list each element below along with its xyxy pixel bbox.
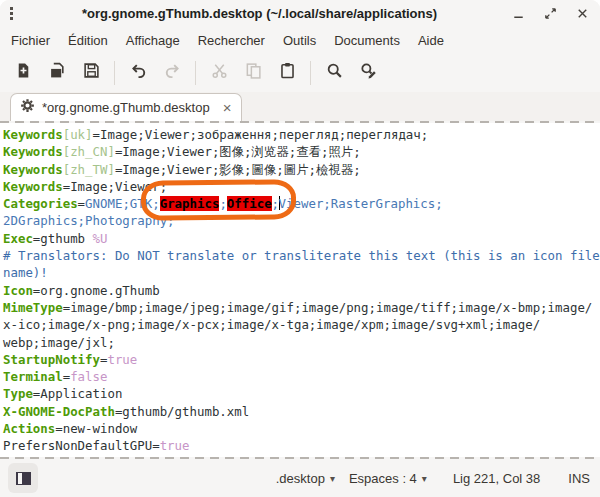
paste-button[interactable] xyxy=(270,58,304,88)
menu-documents[interactable]: Documents xyxy=(325,29,409,52)
menu-edition[interactable]: Édition xyxy=(59,29,117,52)
code-segment: Keywords xyxy=(3,179,63,194)
code-line: StartupNotify=true xyxy=(3,351,600,368)
kebab-menu-icon[interactable] xyxy=(6,5,17,22)
code-segment: =Image;Viewer;影像;圖像;圖片;檢視器; xyxy=(115,162,361,177)
toolbar-group xyxy=(202,58,304,88)
code-segment: GNOME;GTK; xyxy=(85,196,160,211)
cut-icon xyxy=(211,62,228,83)
code-segment: # Translators: Do NOT translate or trans… xyxy=(3,248,600,263)
code-segment: =Image;Viewer;图像;浏览器;查看;照片; xyxy=(115,144,361,159)
chevron-down-icon: ▾ xyxy=(330,473,335,484)
save-document-button[interactable] xyxy=(74,58,108,88)
status-bar: .desktop ▾ Espaces : 4 ▾ Lig 221, Col 38… xyxy=(0,459,600,497)
find-button[interactable] xyxy=(317,58,351,88)
code-segment: [zh_CN] xyxy=(63,144,115,159)
menu-fichier[interactable]: Fichier xyxy=(2,29,59,52)
code-segment: Keywords xyxy=(3,144,63,159)
code-segment: MimeType xyxy=(3,300,63,315)
text-editor[interactable]: Keywords[uk]=Image;Viewer;зображення;пер… xyxy=(0,123,600,457)
code-segment: StartupNotify xyxy=(3,352,100,367)
code-line: Type=Application xyxy=(3,385,600,402)
tab-width-dropdown[interactable]: Espaces : 4 ▾ xyxy=(349,471,427,486)
code-line: webp;image/jxl; xyxy=(3,334,600,351)
code-segment: Actions xyxy=(3,421,55,436)
code-line: X-GNOME-DocPath=gthumb/gthumb.xml xyxy=(3,403,600,420)
code-segment: ; xyxy=(219,196,226,211)
code-segment: = xyxy=(78,196,85,211)
toolbar-group xyxy=(6,58,108,88)
toolbar-group xyxy=(317,58,385,88)
code-segment: true xyxy=(160,438,190,453)
menu-affichage[interactable]: Affichage xyxy=(117,29,189,52)
find-and-replace-button[interactable] xyxy=(351,58,385,88)
open-document-button[interactable] xyxy=(40,58,74,88)
undo-button[interactable] xyxy=(121,58,155,88)
code-segment: =Image;Viewer;зображення;перегляд;перегл… xyxy=(93,127,429,142)
menu-rechercher[interactable]: Rechercher xyxy=(189,29,274,52)
redo-icon xyxy=(164,62,181,83)
tab-org-gnome-gthumb-desktop[interactable]: *org.gnome.gThumb.desktop × xyxy=(10,93,242,121)
code-segment: Keywords xyxy=(3,127,63,142)
side-panel-icon xyxy=(16,472,31,485)
cursor-position-label: Lig 221, Col 38 xyxy=(453,471,540,486)
code-segment: =gthumb/gthumb.xml xyxy=(115,404,249,419)
code-segment: true xyxy=(107,352,137,367)
code-line: 2DGraphics;Photography; xyxy=(3,212,600,229)
code-segment: =Application xyxy=(33,386,123,401)
toolbar-separator xyxy=(114,61,115,85)
code-segment: Terminal xyxy=(3,369,63,384)
menu-aide[interactable]: Aide xyxy=(409,29,453,52)
gear-icon xyxy=(20,98,35,117)
code-segment: [zh_TW] xyxy=(63,162,115,177)
code-segment: name)! xyxy=(3,265,48,280)
chevron-down-icon: ▾ xyxy=(422,473,427,484)
toolbar-separator xyxy=(195,61,196,85)
code-segment: Type xyxy=(3,386,33,401)
filetype-dropdown[interactable]: .desktop ▾ xyxy=(276,471,335,486)
new-document-button[interactable] xyxy=(6,58,40,88)
tab-close-icon[interactable]: × xyxy=(223,100,232,115)
code-line: Keywords=Image;Viewer; xyxy=(3,178,600,195)
window-title: *org.gnome.gThumb.desktop (~/.local/shar… xyxy=(17,6,502,21)
title-bar: *org.gnome.gThumb.desktop (~/.local/shar… xyxy=(0,0,600,27)
paste-icon xyxy=(279,62,296,83)
code-segment: %U xyxy=(93,231,108,246)
toolbar xyxy=(0,53,600,92)
gedit-window: *org.gnome.gThumb.desktop (~/.local/shar… xyxy=(0,0,600,497)
code-line: # Translators: Do NOT translate or trans… xyxy=(3,247,600,264)
code-segment: [uk] xyxy=(63,127,93,142)
redo-button xyxy=(155,58,189,88)
find-icon xyxy=(326,62,343,83)
code-line: Terminal=false xyxy=(3,368,600,385)
code-line: Categories=GNOME;GTK;Graphics;Office;Vie… xyxy=(3,195,600,212)
tab-width-label: Espaces : 4 xyxy=(349,471,417,486)
code-line: x-ico;image/x-png;image/x-pcx;image/x-tg… xyxy=(3,316,600,333)
code-line: Keywords[zh_CN]=Image;Viewer;图像;浏览器;查看;照… xyxy=(3,143,600,160)
code-segment: x-ico;image/x-png;image/x-pcx;image/x-tg… xyxy=(3,317,540,332)
side-panel-toggle-button[interactable] xyxy=(8,463,38,493)
code-segment: =image/bmp;image/jpeg;image/gif;image/pn… xyxy=(63,300,593,315)
filetype-label: .desktop xyxy=(276,471,325,486)
menu-outils[interactable]: Outils xyxy=(274,29,325,52)
code-segment: =gthumb xyxy=(33,231,93,246)
code-segment: 2DGraphics;Photography; xyxy=(3,213,175,228)
code-segment: =Image;Viewer; xyxy=(63,179,167,194)
code-line: Actions=new-window xyxy=(3,420,600,437)
restore-icon[interactable] xyxy=(542,6,558,22)
find-and-replace-icon xyxy=(360,62,377,83)
code-line: Keywords[uk]=Image;Viewer;зображення;пер… xyxy=(3,126,600,143)
tab-bar: *org.gnome.gThumb.desktop × xyxy=(0,92,600,121)
minimize-icon[interactable] xyxy=(510,6,526,22)
code-segment: Categories xyxy=(3,196,78,211)
window-controls xyxy=(510,6,590,22)
undo-icon xyxy=(130,62,147,83)
input-mode-label: INS xyxy=(568,471,590,486)
code-segment: Icon xyxy=(3,283,33,298)
toolbar-group xyxy=(121,58,189,88)
code-segment: false xyxy=(70,369,107,384)
code-segment: =org.gnome.gThumb xyxy=(33,283,160,298)
close-icon[interactable] xyxy=(574,6,590,22)
code-segment: PrefersNonDefaultGPU= xyxy=(3,438,160,453)
code-segment: Graphics xyxy=(160,196,220,211)
